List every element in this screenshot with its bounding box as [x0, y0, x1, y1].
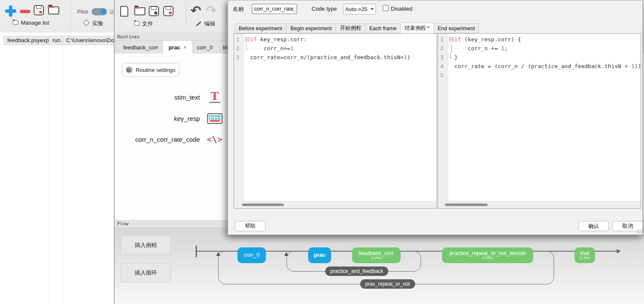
code-tab-End_experiment[interactable]: End experiment: [434, 23, 479, 33]
routine-tab-feedback_corr[interactable]: feedback_corr: [118, 41, 163, 54]
token: thisN: [384, 54, 400, 60]
flow-routine-feedback_corr[interactable]: feedback_corr(1.00s): [352, 247, 401, 263]
fold-marker[interactable]: [244, 35, 250, 44]
undo-icon[interactable]: ↶: [191, 4, 201, 17]
flow-routine-trial[interactable]: trial(1.00s): [575, 247, 595, 263]
runner-window: Manage list Pilot 运行 实验 feedback.psyexp …: [0, 0, 114, 304]
list-column-divider: [63, 45, 63, 304]
save-as-icon[interactable]: [163, 6, 173, 16]
fold-marker: [448, 53, 454, 62]
token: practice_and_feedback: [531, 63, 601, 69]
token: corr_n: [283, 54, 303, 60]
flow-routine-practice_repeat_or_not_decide[interactable]: practice_repeat_or_not_decide(2.00s): [442, 247, 533, 263]
text-glyph: T: [209, 92, 220, 103]
code-tab-Each_frame[interactable]: Each frame: [365, 23, 401, 33]
code-tab-Begin_experiment[interactable]: Begin experiment: [286, 23, 336, 33]
fold-marker: [244, 44, 250, 53]
open-file-icon[interactable]: [134, 7, 145, 15]
flow-routine-name: prac: [314, 252, 325, 258]
flow-loop-label-prac_repeat_or_not[interactable]: prac_repeat_or_not: [360, 279, 415, 289]
code-line: 5: [438, 71, 641, 80]
experiment-file-cell[interactable]: feedback.psyexp: [4, 36, 49, 45]
component-stim_text[interactable]: stim_textT: [121, 92, 223, 103]
token: 1: [404, 54, 407, 60]
flow-routine-prac[interactable]: prac: [308, 247, 331, 263]
python-code-editor[interactable]: 1if·key_resp.corr:2····corr_n+=13corr_ra…: [234, 33, 437, 209]
horizontal-scrollbar[interactable]: [438, 201, 641, 208]
insert-loop-button[interactable]: 插入循环: [121, 263, 171, 282]
token: if: [250, 36, 257, 43]
token: practice_and_feedback: [310, 54, 380, 60]
new-file-icon[interactable]: [120, 6, 128, 17]
resize-grip[interactable]: [637, 229, 641, 233]
flow-routine-corr_0[interactable]: corr_0: [237, 247, 266, 263]
fold-marker[interactable]: [448, 35, 454, 44]
token: {: [518, 36, 521, 43]
experiment-action-cell[interactable]: run: [49, 36, 63, 45]
folder-icon: [13, 20, 18, 25]
fold-marker: [448, 71, 454, 80]
pilot-toggle[interactable]: [92, 8, 107, 15]
keyboard-glyph: [207, 113, 222, 124]
token: corr_rate: [454, 63, 484, 69]
text-component-icon: T: [207, 92, 223, 103]
token: ·: [491, 63, 494, 69]
flow-routine-name: trial: [580, 250, 589, 256]
flow-loop-label-practice_and_feedback[interactable]: practice_and_feedback: [325, 267, 388, 276]
token: +: [491, 45, 494, 52]
component-label: key_resp: [121, 115, 207, 122]
code-type-select[interactable]: Auto->JS: [343, 4, 376, 14]
code-glyph: <\>: [207, 135, 222, 144]
horizontal-scrollbar[interactable]: [234, 201, 436, 208]
token: .: [494, 36, 498, 43]
token: =: [488, 63, 491, 69]
fold-box-icon[interactable]: [450, 37, 453, 41]
routine-tab-corr_0[interactable]: corr_0: [192, 41, 218, 54]
token: ·: [518, 63, 521, 69]
add-experiment-icon[interactable]: [5, 6, 16, 17]
token: if: [454, 36, 461, 43]
line-number: 1: [234, 37, 244, 43]
code-tab-结束例程__[interactable]: 结束例程 *: [401, 23, 433, 34]
flow-routine-duration: (1.00s): [371, 256, 382, 260]
line-number: 5: [438, 72, 448, 78]
token: ·: [514, 36, 518, 43]
help-button[interactable]: 帮助: [235, 221, 266, 231]
component-key_resp[interactable]: key_resp: [121, 113, 223, 124]
name-input[interactable]: [252, 4, 297, 14]
code-line: 3}: [438, 53, 641, 62]
runner-toolbar: Manage list Pilot 运行 实验: [0, 0, 114, 32]
experiment-list-row[interactable]: feedback.psyexp run C:\Users\lenovo\Do: [3, 36, 114, 45]
token: (: [494, 63, 498, 69]
gear-icon: [126, 67, 132, 73]
disabled-checkbox[interactable]: [383, 5, 389, 11]
routine-settings-button[interactable]: Routine settings: [122, 63, 179, 77]
gt: >: [217, 135, 222, 144]
token: corr: [290, 36, 303, 43]
scrollbar-thumb[interactable]: [445, 204, 488, 206]
line-number: 3: [234, 54, 244, 60]
experiment-path-cell[interactable]: C:\Users\lenovo\Do: [63, 36, 114, 45]
token: .: [380, 54, 384, 60]
code-tab-开始例程[interactable]: 开始例程: [336, 23, 365, 33]
routine-tab-prac[interactable]: prac×: [163, 41, 192, 54]
code-component-dialog: 名称 Code type Auto->JS Disabled Before ex…: [228, 0, 643, 235]
token: ·: [628, 63, 631, 69]
save-list-icon[interactable]: [34, 5, 44, 15]
code-text: ····corr_n·+=·1;: [454, 45, 508, 52]
token: +: [400, 54, 404, 60]
scrollbar-thumb[interactable]: [242, 204, 284, 206]
js-code-editor[interactable]: 1if·(key_resp.corr)·{2····corr_n·+=·1;3}…: [438, 33, 641, 209]
close-icon[interactable]: ×: [183, 44, 187, 51]
insert-routine-button[interactable]: 插入例程: [121, 235, 171, 255]
open-list-icon[interactable]: [48, 6, 59, 14]
component-corr_n_corr_rate_code[interactable]: corr_n_corr_rate_code<\>: [121, 135, 223, 144]
manage-list-label: Manage list: [21, 20, 49, 26]
ok-button[interactable]: 确认: [578, 221, 609, 231]
fold-box-icon[interactable]: [245, 37, 249, 41]
remove-experiment-icon[interactable]: [20, 10, 30, 13]
code-type-value: Auto->JS: [345, 6, 367, 12]
flow-routine-duration: (1.00s): [580, 256, 590, 260]
save-icon[interactable]: [149, 6, 159, 16]
code-tab-Before_experiment[interactable]: Before experiment: [234, 23, 286, 33]
